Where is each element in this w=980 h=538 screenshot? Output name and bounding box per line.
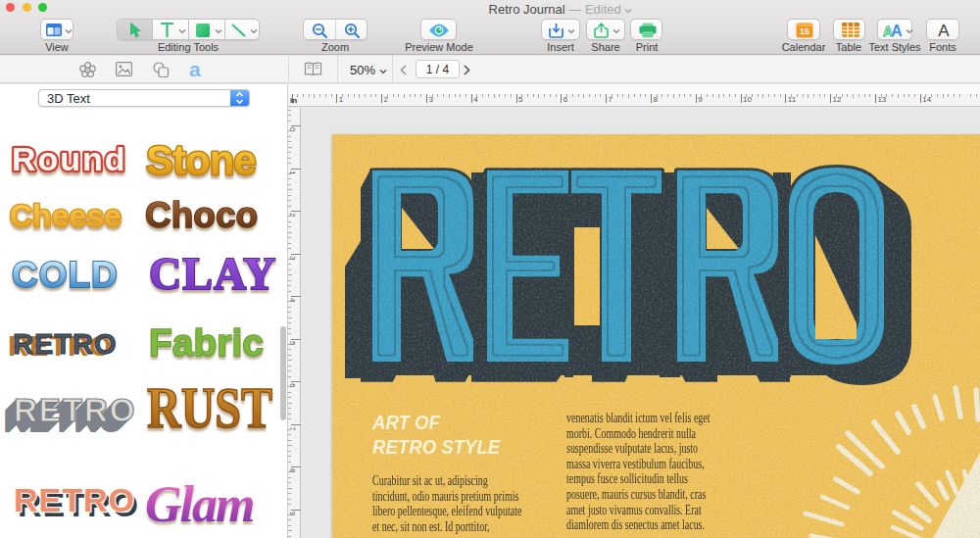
svg-text:Round: Round xyxy=(12,140,127,177)
svg-text:A: A xyxy=(938,22,950,39)
svg-text:Cheese: Cheese xyxy=(10,198,122,233)
svg-text:15: 15 xyxy=(800,26,809,36)
svg-text:RETRO: RETRO xyxy=(14,392,137,428)
svg-text:A: A xyxy=(891,23,902,38)
svg-text:Choco: Choco xyxy=(145,195,258,235)
svg-text:COLD: COLD xyxy=(12,255,119,295)
svg-text:Fabric: Fabric xyxy=(149,321,264,364)
svg-text:RETRO: RETRO xyxy=(14,481,135,518)
svg-text:CLAY: CLAY xyxy=(149,249,276,299)
svg-text:RETRO: RETRO xyxy=(13,328,118,360)
svg-text:Glam: Glam xyxy=(145,476,253,532)
svg-text:Stone: Stone xyxy=(146,137,256,183)
svg-text:RUST: RUST xyxy=(147,375,272,440)
